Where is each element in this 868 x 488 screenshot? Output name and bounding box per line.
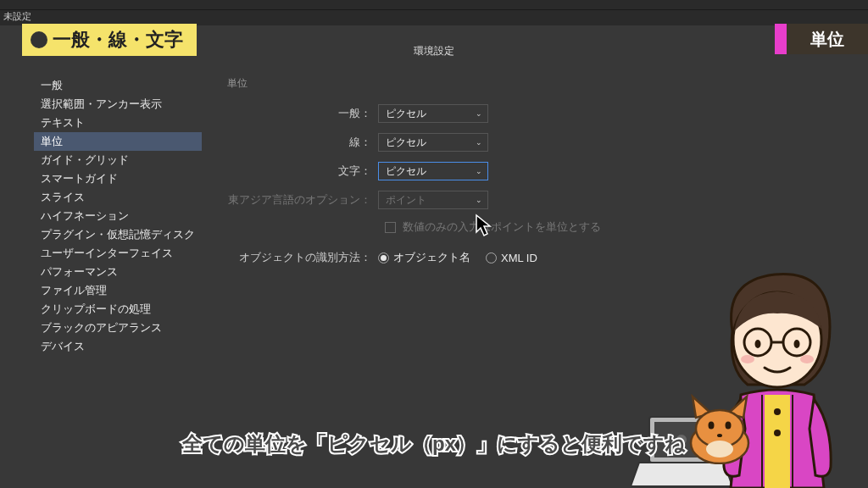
highlight-text: 一般・線・文字 xyxy=(53,27,183,53)
sidebar-item-devices[interactable]: デバイス xyxy=(34,337,202,356)
label-text: 文字： xyxy=(227,164,378,179)
main-panel: 単位 一般： ピクセル ⌄ 線： ピクセル ⌄ 文字： ピクセル ⌄ 東アジア言… xyxy=(202,76,834,488)
chevron-down-icon: ⌄ xyxy=(476,196,482,204)
select-stroke-value: ピクセル xyxy=(386,136,426,150)
sidebar-item-slices[interactable]: スライス xyxy=(34,188,202,207)
select-asian-value: ポイント xyxy=(386,193,426,208)
app-toolbar xyxy=(0,0,868,10)
video-caption: 全ての単位を「ピクセル（px）」にすると便利ですね xyxy=(0,430,868,458)
sidebar: 一般 選択範囲・アンカー表示 テキスト 単位 ガイド・グリッド スマートガイド … xyxy=(34,76,202,488)
sidebar-item-black[interactable]: ブラックのアピアランス xyxy=(34,319,202,337)
row-text: 文字： ピクセル ⌄ xyxy=(227,162,834,180)
section-title: 単位 xyxy=(227,76,834,91)
radio-object-name-label: オブジェクト名 xyxy=(393,250,470,265)
sidebar-item-units[interactable]: 単位 xyxy=(34,132,202,151)
right-tab-label: 単位 xyxy=(787,24,868,54)
select-text[interactable]: ピクセル ⌄ xyxy=(378,162,488,180)
select-text-value: ピクセル xyxy=(386,164,426,179)
row-general: 一般： ピクセル ⌄ xyxy=(227,104,834,123)
select-stroke[interactable]: ピクセル ⌄ xyxy=(378,133,488,152)
sidebar-item-hyphenation[interactable]: ハイフネーション xyxy=(34,207,202,225)
annotation-highlight: 一般・線・文字 xyxy=(22,24,197,56)
chevron-down-icon: ⌄ xyxy=(476,138,482,147)
checkbox-icon xyxy=(385,222,396,233)
sidebar-item-file[interactable]: ファイル管理 xyxy=(34,281,202,300)
label-stroke: 線： xyxy=(227,135,378,150)
select-general-value: ピクセル xyxy=(386,107,426,121)
sidebar-item-plugins[interactable]: プラグイン・仮想記憶ディスク xyxy=(34,225,202,244)
sidebar-item-general[interactable]: 一般 xyxy=(34,76,202,95)
radio-xml-id-label: XML ID xyxy=(501,252,537,264)
bullet-icon xyxy=(31,31,47,48)
label-identify: オブジェクトの識別方法： xyxy=(227,250,378,265)
row-asian: 東アジア言語のオプション： ポイント ⌄ xyxy=(227,191,834,209)
doc-status: 未設定 xyxy=(3,11,31,21)
select-general[interactable]: ピクセル ⌄ xyxy=(378,104,488,123)
accent-strip xyxy=(775,24,787,54)
chevron-down-icon: ⌄ xyxy=(476,167,482,175)
checkbox-label: 数値のみの入力はポイントを単位とする xyxy=(403,219,601,235)
sidebar-item-performance[interactable]: パフォーマンス xyxy=(34,263,202,281)
radio-object-name[interactable] xyxy=(378,252,389,263)
sidebar-item-smartguides[interactable]: スマートガイド xyxy=(34,169,202,188)
chevron-down-icon: ⌄ xyxy=(476,109,482,118)
row-identify: オブジェクトの識別方法： オブジェクト名 XML ID xyxy=(227,250,834,265)
sidebar-item-ui[interactable]: ユーザーインターフェイス xyxy=(34,244,202,263)
select-asian: ポイント ⌄ xyxy=(378,191,488,209)
dialog-content: 一般 選択範囲・アンカー表示 テキスト 単位 ガイド・グリッド スマートガイド … xyxy=(34,76,834,488)
row-stroke: 線： ピクセル ⌄ xyxy=(227,133,834,152)
sidebar-item-guides[interactable]: ガイド・グリッド xyxy=(34,151,202,169)
sidebar-item-clipboard[interactable]: クリップボードの処理 xyxy=(34,300,202,319)
sidebar-item-selection[interactable]: 選択範囲・アンカー表示 xyxy=(34,95,202,114)
sidebar-item-text[interactable]: テキスト xyxy=(34,114,202,132)
label-asian: 東アジア言語のオプション： xyxy=(227,192,378,208)
right-tab: 単位 xyxy=(775,24,868,54)
checkbox-numeric-only: 数値のみの入力はポイントを単位とする xyxy=(385,219,834,235)
label-general: 一般： xyxy=(227,106,378,121)
radio-xml-id[interactable] xyxy=(486,252,497,263)
